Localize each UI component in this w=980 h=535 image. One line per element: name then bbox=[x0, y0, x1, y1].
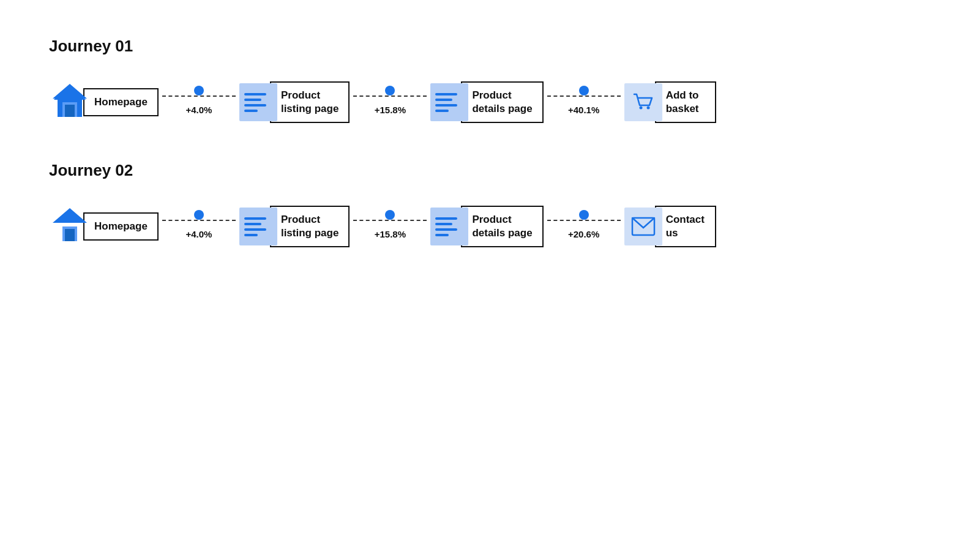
page-icon-details bbox=[430, 83, 468, 121]
journey-02-section: Journey 02 Homepage +4.0% bbox=[49, 161, 931, 249]
connector-1: +4.0% bbox=[162, 90, 236, 115]
connector-line-j2-2 bbox=[353, 214, 427, 226]
connector-pct-3: +40.1% bbox=[568, 105, 599, 115]
svg-rect-5 bbox=[65, 105, 75, 117]
connector-pct-1: +4.0% bbox=[185, 105, 212, 115]
connector-line-3 bbox=[547, 90, 621, 102]
connector-dot-j2-1 bbox=[194, 210, 204, 220]
dotted-line-3 bbox=[547, 95, 621, 97]
dotted-line-2 bbox=[353, 95, 427, 97]
svg-marker-9 bbox=[53, 208, 87, 223]
step-product-details: Productdetails page bbox=[430, 81, 543, 123]
step-contact-us: Contactus bbox=[624, 206, 716, 247]
house-icon-2 bbox=[49, 204, 91, 249]
product-details-label: Productdetails page bbox=[461, 81, 543, 123]
page-icon-details-2 bbox=[430, 208, 468, 245]
product-details-2-label: Productdetails page bbox=[461, 206, 543, 247]
step-homepage: Homepage bbox=[49, 80, 159, 124]
step-product-listing-2: Productlisting page bbox=[239, 206, 350, 247]
connector-pct-j2-2: +15.8% bbox=[375, 229, 406, 239]
journey-02-title: Journey 02 bbox=[49, 161, 931, 180]
product-listing-label: Productlisting page bbox=[270, 81, 350, 123]
envelope-icon bbox=[624, 208, 662, 245]
connector-pct-j2-1: +4.0% bbox=[185, 229, 212, 239]
connector-line-1 bbox=[162, 90, 236, 102]
page-icon-listing bbox=[239, 83, 277, 121]
dotted-line-j2-1 bbox=[162, 220, 236, 221]
journey-01-flow: Homepage +4.0% Productlisting page bbox=[49, 80, 931, 124]
dotted-line-j2-3 bbox=[547, 220, 621, 221]
journey-02-flow: Homepage +4.0% Productlisting page bbox=[49, 204, 931, 249]
homepage-label: Homepage bbox=[83, 88, 159, 116]
svg-point-6 bbox=[639, 107, 642, 110]
dotted-line-1 bbox=[162, 95, 236, 97]
connector-3: +40.1% bbox=[547, 90, 621, 115]
connector-2: +15.8% bbox=[353, 90, 427, 115]
contact-us-label: Contactus bbox=[655, 206, 716, 247]
journey-01-title: Journey 01 bbox=[49, 37, 931, 56]
connector-dot-j2-2 bbox=[385, 210, 395, 220]
connector-line-j2-1 bbox=[162, 214, 236, 226]
step-product-listing: Productlisting page bbox=[239, 81, 350, 123]
connector-pct-j2-3: +20.6% bbox=[568, 229, 599, 239]
connector-j2-2: +15.8% bbox=[353, 214, 427, 239]
svg-rect-10 bbox=[65, 229, 75, 241]
connector-line-2 bbox=[353, 90, 427, 102]
connector-dot-j2-3 bbox=[579, 210, 589, 220]
connector-dot-1 bbox=[194, 86, 204, 95]
step-add-to-basket: Add tobasket bbox=[624, 81, 716, 123]
connector-line-j2-3 bbox=[547, 214, 621, 226]
page-icon-listing-2 bbox=[239, 208, 277, 245]
step-product-details-2: Productdetails page bbox=[430, 206, 543, 247]
connector-dot-2 bbox=[385, 86, 395, 95]
house-icon bbox=[49, 80, 91, 124]
svg-point-7 bbox=[646, 107, 649, 110]
cart-icon bbox=[624, 83, 662, 121]
connector-j2-1: +4.0% bbox=[162, 214, 236, 239]
svg-marker-4 bbox=[53, 84, 87, 99]
connector-j2-3: +20.6% bbox=[547, 214, 621, 239]
product-listing-2-label: Productlisting page bbox=[270, 206, 350, 247]
dotted-line-j2-2 bbox=[353, 220, 427, 221]
add-to-basket-label: Add tobasket bbox=[655, 81, 716, 123]
journey-01-section: Journey 01 Homepage bbox=[49, 37, 931, 124]
connector-pct-2: +15.8% bbox=[375, 105, 406, 115]
step-homepage-2: Homepage bbox=[49, 204, 159, 249]
homepage-2-label: Homepage bbox=[83, 212, 159, 241]
connector-dot-3 bbox=[579, 86, 589, 95]
